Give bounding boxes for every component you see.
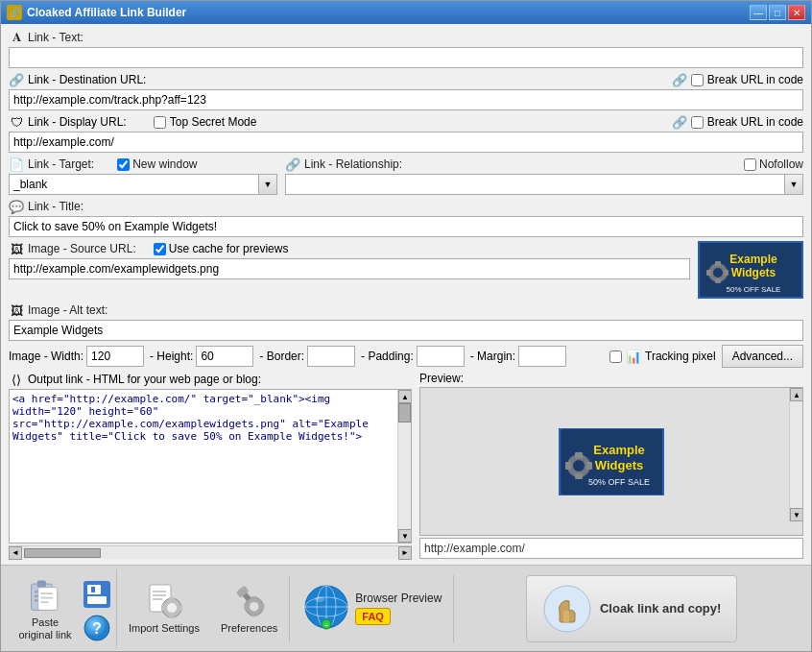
- image-src-label: 🖼 Image - Source URL:: [9, 241, 136, 256]
- svg-text:Example: Example: [593, 443, 644, 457]
- border-group: - Border:: [259, 346, 355, 367]
- import-svg-icon: [145, 581, 183, 619]
- output-scrollbar-h[interactable]: ◄ ►: [9, 545, 412, 559]
- scrollbar-left-btn[interactable]: ◄: [9, 546, 22, 560]
- output-textarea[interactable]: <a href="http://example.com/" target="_b…: [10, 390, 397, 543]
- save-button[interactable]: [84, 581, 110, 611]
- svg-rect-6: [724, 270, 728, 276]
- dest-url-label: Link - Destination URL:: [28, 73, 146, 86]
- preview-image-box: ▲ ▼ Example: [419, 387, 803, 536]
- target-icon: 📄: [9, 157, 24, 172]
- svg-point-48: [250, 602, 259, 612]
- close-button[interactable]: ✕: [788, 5, 805, 20]
- import-icon: [145, 581, 183, 619]
- target-dropdown-btn[interactable]: ▼: [258, 174, 277, 195]
- link-text-label-row: 𝐀 Link - Text:: [9, 30, 803, 45]
- relationship-label: Link - Relationship:: [304, 157, 402, 171]
- faq-badge[interactable]: FAQ: [355, 608, 391, 625]
- titlebar: 🔗 Cloaked Affiliate Link Builder — □ ✕: [1, 1, 811, 24]
- link-title-input[interactable]: [9, 216, 803, 237]
- image-alt-icon: 🖼: [9, 302, 24, 318]
- preferences-button[interactable]: Preferences: [211, 577, 287, 639]
- target-input[interactable]: [9, 174, 258, 195]
- height-input[interactable]: [196, 346, 253, 367]
- width-input[interactable]: [86, 346, 144, 367]
- browser-preview-button[interactable]: +: [301, 582, 351, 635]
- output-section: ⟨⟩ Output link - HTML for your web page …: [9, 372, 412, 559]
- svg-rect-3: [715, 261, 721, 266]
- link-text-row: 𝐀 Link - Text:: [9, 30, 803, 68]
- image-src-input[interactable]: [9, 258, 690, 279]
- svg-point-58: [315, 596, 324, 602]
- image-alt-input[interactable]: [9, 320, 803, 341]
- break-url2-checkbox[interactable]: [691, 116, 704, 129]
- target-label-row: 📄 Link - Target: New window: [9, 157, 277, 172]
- scrollbar-h-thumb[interactable]: [24, 548, 101, 558]
- preferences-icon-wrap: [230, 581, 269, 619]
- preview-scroll-down[interactable]: ▼: [790, 508, 803, 521]
- top-secret-label: Top Secret Mode: [170, 115, 257, 129]
- relationship-input[interactable]: [285, 174, 784, 195]
- padding-group: - Padding:: [361, 346, 465, 367]
- paste-original-button[interactable]: Paste original link: [11, 571, 80, 645]
- scrollbar-right-btn[interactable]: ►: [398, 546, 412, 560]
- advanced-button[interactable]: Advanced...: [722, 345, 803, 368]
- dimensions-row: Image - Width: - Height: - Border: - Pad…: [9, 345, 803, 368]
- output-scrollbar-v[interactable]: ▲ ▼: [397, 390, 411, 543]
- display-url-row: 🛡 Link - Display URL: Top Secret Mode 🔗 …: [9, 114, 803, 153]
- scrollbar-up-btn[interactable]: ▲: [398, 390, 412, 403]
- help-button[interactable]: ?: [84, 615, 110, 644]
- svg-rect-4: [715, 278, 721, 283]
- scrollbar-thumb[interactable]: [398, 403, 411, 423]
- svg-rect-25: [38, 588, 58, 611]
- browser-preview-labels: Browser Preview FAQ: [355, 592, 442, 624]
- preview-scroll-up[interactable]: ▲: [790, 388, 803, 401]
- border-label: - Border:: [259, 350, 304, 363]
- padding-input[interactable]: [417, 346, 465, 367]
- nofollow-checkbox[interactable]: [744, 158, 756, 171]
- main-window: 🔗 Cloaked Affiliate Link Builder — □ ✕ 𝐀…: [0, 0, 812, 652]
- svg-rect-44: [179, 605, 182, 611]
- tracking-icon: 📊: [626, 349, 641, 364]
- new-window-label: New window: [132, 157, 197, 171]
- width-group: Image - Width:: [9, 346, 144, 367]
- import-settings-button[interactable]: Import Settings: [119, 577, 209, 639]
- tracking-pixel-checkbox[interactable]: [609, 350, 622, 363]
- svg-rect-41: [169, 597, 175, 601]
- nofollow-label: Nofollow: [759, 157, 803, 171]
- dest-url-input[interactable]: [9, 89, 803, 110]
- svg-text:+: +: [324, 621, 329, 630]
- width-label: Image - Width:: [9, 350, 84, 363]
- import-btn-label: Import Settings: [129, 622, 200, 635]
- dest-icon: 🔗: [9, 72, 24, 87]
- relationship-label-row: 🔗 Link - Relationship: Nofollow: [285, 157, 803, 172]
- top-secret-checkbox[interactable]: [154, 116, 166, 129]
- titlebar-controls: — □ ✕: [750, 5, 805, 20]
- border-input[interactable]: [307, 346, 355, 367]
- link-text-input[interactable]: [9, 47, 803, 68]
- margin-input[interactable]: [518, 346, 566, 367]
- image-alt-row: 🖼 Image - Alt text:: [9, 302, 803, 341]
- minimize-button[interactable]: —: [750, 5, 767, 20]
- cloak-link-button[interactable]: Cloak link and copy!: [526, 575, 737, 642]
- break-url-checkbox[interactable]: [691, 74, 704, 86]
- scrollbar-down-btn[interactable]: ▼: [398, 529, 412, 543]
- title-icon: 💬: [9, 199, 24, 214]
- display-url-label: Link - Display URL:: [28, 115, 127, 129]
- svg-text:Example: Example: [729, 253, 777, 266]
- link-title-row: 💬 Link - Title:: [9, 199, 803, 237]
- new-window-checkbox[interactable]: [117, 158, 130, 171]
- break-url2-icon: 🔗: [672, 114, 687, 130]
- relationship-section: 🔗 Link - Relationship: Nofollow ▼: [285, 157, 803, 195]
- tracking-pixel-label: Tracking pixel: [645, 350, 716, 363]
- maximize-button[interactable]: □: [769, 5, 786, 20]
- cloak-svg-icon: [542, 584, 592, 634]
- display-url-input[interactable]: [9, 132, 803, 153]
- faq-button[interactable]: FAQ: [355, 608, 442, 625]
- image-alt-label-row: 🖼 Image - Alt text:: [9, 302, 803, 318]
- svg-rect-5: [706, 270, 711, 276]
- height-group: - Height:: [150, 346, 253, 367]
- use-cache-checkbox[interactable]: [154, 243, 166, 255]
- relationship-dropdown-btn[interactable]: ▼: [784, 174, 803, 195]
- preview-scrollbar-v[interactable]: ▲ ▼: [789, 388, 802, 521]
